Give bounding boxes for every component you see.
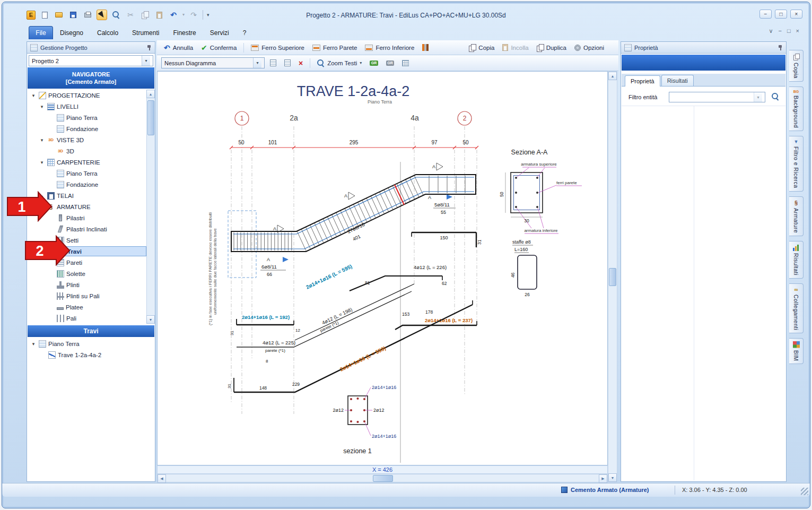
menu-calcolo[interactable]: Calcolo <box>90 27 125 39</box>
selected-item-highlight[interactable]: Travi <box>57 246 146 256</box>
tree-item-pareti[interactable]: Pareti <box>27 257 146 268</box>
tree-item-viste-3d[interactable]: ▾ 3D VISTE 3D <box>27 134 146 145</box>
select-tool-button[interactable] <box>97 10 107 20</box>
scroll-right-icon[interactable]: ▶ <box>599 474 607 483</box>
delete-diagram-button[interactable]: × <box>296 57 305 69</box>
side-tab-filtro-e-ricerca[interactable]: ▼ Filtro e Ricerca <box>789 136 804 192</box>
close-button[interactable]: × <box>790 10 802 19</box>
resize-grip[interactable] <box>801 488 808 495</box>
ferro-parete-button[interactable]: Ferro Parete <box>310 43 360 53</box>
tree-item-3d[interactable]: 3D 3D <box>27 145 146 157</box>
diagram-select[interactable]: Nessun Diagramma ▾ <box>161 57 265 68</box>
save-button[interactable] <box>68 10 78 20</box>
tab-proprieta[interactable]: Proprietà <box>625 75 660 87</box>
tab-risultati[interactable]: Risultati <box>661 75 694 86</box>
scrollbar-thumb[interactable] <box>609 268 616 286</box>
chevron-down-icon[interactable]: ▾ <box>39 104 45 109</box>
gray-badge-button[interactable]: GR <box>383 59 397 67</box>
open-button[interactable] <box>54 10 64 20</box>
zoom-tool-button[interactable] <box>111 10 121 20</box>
ferro-tool-button[interactable] <box>420 42 431 53</box>
duplica-button[interactable]: Duplica <box>534 42 569 53</box>
rebar-150[interactable]: 150 31 <box>412 232 482 247</box>
rebar-198[interactable]: 4ø12 (L = 198) parete (*1) <box>295 284 414 340</box>
side-tab-copia[interactable]: Copia <box>789 50 804 82</box>
redo-button[interactable]: ↷ <box>188 10 199 20</box>
chevron-down-icon[interactable]: ▾ <box>30 93 37 98</box>
menu-disegno[interactable]: Disegno <box>53 27 90 39</box>
tree-item-plinti[interactable]: Plinti <box>27 279 146 290</box>
copy-button[interactable] <box>139 10 150 20</box>
annulla-button[interactable]: ↶ Annulla <box>161 42 196 53</box>
tree-item-fondazione-carp[interactable]: Fondazione <box>27 179 146 190</box>
undo-button[interactable]: ↶ <box>168 10 179 20</box>
chevron-down-icon[interactable]: ▾ <box>142 56 150 66</box>
tree-item-armature[interactable]: ▾ § ARMATURE <box>27 201 146 212</box>
filtro-entita-input[interactable]: ▾ <box>669 92 765 102</box>
scroll-left-icon[interactable]: ◀ <box>158 474 166 483</box>
menu-file[interactable]: File <box>29 26 53 39</box>
tree-item-telai[interactable]: ▸ TELAI <box>27 190 146 201</box>
scroll-up-icon[interactable]: ▲ <box>608 72 617 80</box>
minimize-button[interactable]: − <box>759 10 772 19</box>
tree-item-solette[interactable]: Solette <box>27 268 146 279</box>
layout-1-button[interactable] <box>267 58 279 68</box>
side-tab-bim[interactable]: BIM <box>789 338 804 364</box>
scroll-down-icon[interactable]: ▼ <box>608 473 617 482</box>
cut-button[interactable]: ✂ <box>125 10 136 20</box>
staffa-detail[interactable]: staffe ø8 L=160 46 26 <box>510 239 537 297</box>
filtro-search-icon[interactable] <box>772 93 779 100</box>
layout-2-button[interactable] <box>282 58 293 68</box>
ferro-superiore-button[interactable]: Ferro Superiore <box>248 43 307 53</box>
drawing-canvas[interactable]: TRAVE 1-2a-4a-2 Piano Terra 1 2a 4a 2 50… <box>157 71 608 465</box>
canvas-hscrollbar[interactable]: ◀ ▶ <box>157 474 608 482</box>
menu-help[interactable]: ? <box>236 27 254 39</box>
chevron-down-icon[interactable]: ▾ <box>754 92 762 102</box>
side-tab-background[interactable]: BG Background <box>789 87 804 131</box>
scroll-up-icon[interactable]: ▲ <box>146 90 155 98</box>
mdi-close-icon[interactable]: × <box>796 28 799 34</box>
gr-button[interactable]: GR <box>367 59 381 67</box>
opzioni-button[interactable]: Opzioni <box>572 43 607 53</box>
tree-item-setti[interactable]: Setti <box>27 235 146 246</box>
tree-item-pilastri-inclinati[interactable]: Pilastri Inclinati <box>27 223 146 235</box>
menu-strumenti[interactable]: Strumenti <box>125 27 166 39</box>
tree-item-carpenterie[interactable]: ▾ CARPENTERIE <box>27 157 146 168</box>
mdi-minimize-icon[interactable]: − <box>778 28 781 34</box>
tree-item-travi[interactable]: Travi <box>27 246 146 257</box>
rebar-192[interactable]: 2ø14+1ø16 (L = 192) 31 12 <box>230 314 300 335</box>
mdi-restore-icon[interactable]: □ <box>787 28 791 34</box>
tree-item-piano-terra-carp[interactable]: Piano Terra <box>27 168 146 179</box>
incolla-button[interactable]: Incolla <box>500 42 531 53</box>
lower-tree-piano-terra[interactable]: ▾ Piano Terra <box>27 338 146 349</box>
zoom-testi-button[interactable]: Zoom Testi ▾ <box>315 58 364 68</box>
pin-icon[interactable] <box>146 45 152 51</box>
tree-item-pilastri[interactable]: Pilastri <box>27 212 146 223</box>
scrollbar-thumb[interactable] <box>373 475 393 482</box>
copia-button[interactable]: Copia <box>466 42 497 53</box>
new-document-button[interactable] <box>39 10 50 20</box>
sezione-a-a[interactable]: Sezione A-A armatura superiore ferri par… <box>499 149 582 234</box>
tree-item-pali[interactable]: Pali <box>27 313 146 324</box>
canvas-vscrollbar[interactable]: ▲ ▼ <box>608 71 617 482</box>
side-tab-collegamenti[interactable]: ∞ Collegamenti <box>789 283 804 333</box>
paste-button[interactable] <box>154 10 164 20</box>
scrollbar-thumb[interactable] <box>147 100 154 135</box>
menu-servizi[interactable]: Servizi <box>203 27 236 39</box>
print-button[interactable] <box>82 10 93 20</box>
tree-scrollbar[interactable]: ▲ ▼ <box>146 90 155 324</box>
conferma-button[interactable]: ✔ Conferma <box>198 42 239 53</box>
maximize-button[interactable]: □ <box>775 10 787 19</box>
chevron-down-icon[interactable]: ▾ <box>30 341 37 347</box>
highlighted-stirrup[interactable] <box>395 185 404 205</box>
tree-item-plinti-su-pali[interactable]: Plinti su Pali <box>27 290 146 301</box>
chevron-down-icon[interactable]: ▾ <box>39 137 45 143</box>
sezione-1[interactable]: 2ø14+1ø16 2ø12 2ø12 2ø14+1ø16 sezione 1 <box>333 385 396 455</box>
chevron-down-icon[interactable]: ▾ <box>39 204 45 210</box>
quick-access-dropdown-icon[interactable]: ▾ <box>207 13 209 18</box>
lower-tree-trave[interactable]: Trave 1-2a-4a-2 <box>27 349 146 360</box>
side-tab-armature[interactable]: § Armature <box>789 196 804 236</box>
chevron-down-icon[interactable]: ▾ <box>39 160 45 165</box>
tree-item-piano-terra[interactable]: Piano Terra <box>27 112 146 123</box>
undo-dropdown-icon[interactable]: ▾ <box>182 13 185 17</box>
